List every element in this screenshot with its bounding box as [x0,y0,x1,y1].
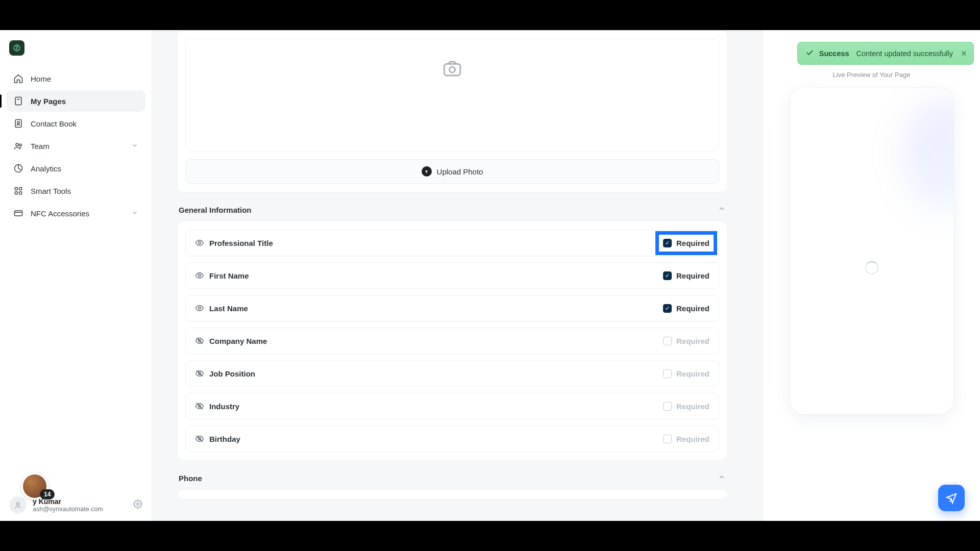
required-label: Required [676,271,709,280]
required-toggle[interactable]: ✓ Required [663,239,709,247]
eye-off-icon[interactable] [195,369,204,378]
required-label: Required [676,304,709,313]
checkbox-checked-icon: ✓ [663,271,672,280]
field-left: Industry [195,402,239,411]
user-email: ash@synxautomate.com [33,506,103,513]
field-label: Professional Title [209,239,273,247]
sidebar-item-label: Team [31,142,50,151]
photo-drop-zone[interactable] [185,39,719,152]
letterbox-top [0,0,980,30]
field-row-job-position: Job Position Required [185,360,719,387]
field-label: Birthday [209,435,240,443]
sidebar-item-my-pages[interactable]: My Pages [6,90,145,112]
svg-point-16 [199,242,201,244]
sidebar-item-analytics[interactable]: Analytics [6,158,145,179]
checkbox-checked-icon: ✓ [663,304,672,313]
svg-point-13 [137,503,139,506]
sidebar-item-home[interactable]: Home [6,68,145,89]
sidebar-item-smart-tools[interactable]: Smart Tools [6,180,145,202]
photo-card: Upload Photo [177,30,728,192]
eye-icon[interactable] [195,238,204,247]
checkbox-unchecked-icon [663,369,672,378]
chevron-up-icon[interactable] [718,205,726,215]
gear-icon[interactable] [133,499,142,511]
card-icon [13,208,23,218]
eye-off-icon[interactable] [195,434,204,443]
field-row-birthday: Birthday Required [185,425,719,452]
sidebar-item-contact-book[interactable]: Contact Book [6,113,145,134]
svg-point-15 [449,67,455,72]
required-label: Required [676,369,709,378]
required-toggle[interactable]: Required [663,337,709,345]
checkbox-unchecked-icon [663,402,672,411]
toast-message: Content updated successfully [856,49,953,58]
field-label: Industry [209,402,239,411]
feedback-fab[interactable] [938,485,965,511]
sidebar-item-label: My Pages [31,97,66,106]
letterbox-bottom [0,521,980,551]
svg-rect-1 [15,97,21,105]
app-logo[interactable] [9,40,24,56]
svg-point-18 [199,307,201,310]
field-row-industry: Industry Required [185,393,719,419]
required-label: Required [676,402,709,411]
sidebar-item-label: Contact Book [31,119,77,128]
required-toggle[interactable]: Required [663,435,709,443]
section-header: Phone [177,473,728,489]
user-meta: y Kumar ash@synxautomate.com [33,497,103,513]
svg-rect-7 [15,187,17,190]
field-left: Job Position [195,369,255,378]
svg-rect-9 [15,192,17,194]
user-avatar[interactable] [9,496,27,514]
sidebar-item-nfc-accessories[interactable]: NFC Accessories [6,203,145,224]
toast-success: Success Content updated successfully ✕ [797,42,974,65]
field-label: Company Name [209,337,267,345]
eye-off-icon[interactable] [195,402,204,411]
preview-frame [790,88,953,414]
section-header: General Information [177,205,728,221]
sidebar-item-team[interactable]: Team [6,135,145,157]
page-icon [13,96,23,106]
contact-icon [13,118,23,129]
eye-icon[interactable] [195,271,204,280]
required-toggle[interactable]: Required [663,369,709,378]
eye-off-icon[interactable] [195,336,204,345]
svg-rect-14 [444,64,460,76]
field-left: First Name [195,271,249,280]
chevron-down-icon [131,142,138,151]
svg-point-4 [16,143,18,146]
sidebar: Home My Pages Contact Book Team [0,30,152,521]
field-label: Job Position [209,369,255,378]
required-toggle[interactable]: ✓ Required [663,304,709,313]
field-row-professional-title: Professional Title ✓ Required [185,230,719,256]
svg-point-12 [16,503,19,505]
checkbox-unchecked-icon [663,337,672,345]
svg-point-17 [199,274,201,277]
sidebar-nav: Home My Pages Contact Book Team [6,68,145,224]
required-toggle[interactable]: Required [663,402,709,411]
support-badge: 14 [40,489,55,499]
section-general-information: General Information Professional Title ✓ [177,205,728,461]
upload-icon [422,166,432,177]
close-icon[interactable]: ✕ [961,49,967,58]
eye-icon[interactable] [195,304,204,313]
check-icon [805,48,814,59]
field-label: Last Name [209,304,248,313]
app-frame: Home My Pages Contact Book Team [0,30,980,521]
team-icon [13,141,23,151]
sidebar-item-label: Home [31,74,51,83]
section-title: General Information [179,206,252,214]
upload-photo-button[interactable]: Upload Photo [185,159,719,184]
fields-card: Professional Title ✓ Required First Name [177,221,728,461]
chevron-up-icon[interactable] [718,473,726,483]
field-label: First Name [209,271,249,280]
camera-icon [442,58,463,81]
svg-point-5 [19,144,21,146]
field-left: Professional Title [195,238,273,247]
svg-rect-10 [19,192,22,194]
field-left: Last Name [195,304,248,313]
right-panel: Live Preview of Your Page [763,30,980,521]
required-toggle[interactable]: ✓ Required [663,271,709,280]
upload-photo-label: Upload Photo [437,167,483,176]
required-label: Required [676,337,709,345]
